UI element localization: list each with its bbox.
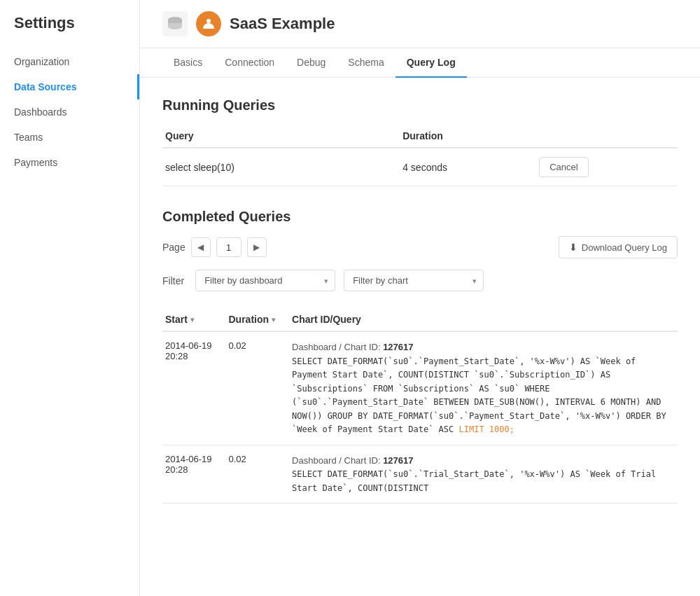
tabs-bar: Basics Connection Debug Schema Query Log [140,48,700,78]
pagination-left: Page ◀ 1 ▶ [162,237,267,257]
filter-row: Filter Filter by dashboard Filter by cha… [162,270,678,291]
content-area: Running Queries Query Duration select sl… [140,78,700,596]
running-query-text: select sleep(10) [162,148,394,186]
tab-schema[interactable]: Schema [337,48,395,78]
completed-query-duration-1: 0.02 [220,331,284,445]
cancel-button[interactable]: Cancel [539,157,588,177]
page-label: Page [162,242,186,253]
datasource-avatar [196,11,221,36]
col-duration: Duration [394,125,531,148]
running-query-duration: 4 seconds [394,148,531,186]
filter-chart-wrapper: Filter by chart [344,270,484,291]
sidebar-item-payments[interactable]: Payments [0,150,139,175]
filter-chart-select[interactable]: Filter by chart [344,270,484,291]
completed-query-row: 2014-06-1920:28 0.02 Dashboard / Chart I… [162,445,678,504]
sidebar-item-label: Teams [14,132,43,143]
completed-query-sql-1: SELECT DATE_FORMAT(`su0`.`Payment_Start_… [292,354,669,436]
completed-query-start-2: 2014-06-1920:28 [162,445,220,504]
running-query-cancel-cell: Cancel [531,148,678,186]
filter-label: Filter [162,275,184,286]
running-queries-table: Query Duration select sleep(10) 4 second… [162,125,678,186]
sidebar-item-label: Organization [14,56,69,67]
col-start[interactable]: Start [162,308,220,331]
sidebar-item-label: Payments [14,157,57,168]
sidebar-item-data-sources[interactable]: Data Sources [0,74,139,99]
col-actions [531,125,678,148]
col-chart-id-query: Chart ID/Query [284,308,678,331]
completed-query-dashboard-2: Dashboard / Chart ID: 127617 [292,454,669,468]
database-placeholder-icon [165,14,185,34]
completed-query-start-1: 2014-06-1920:28 [162,331,220,445]
completed-queries-title: Completed Queries [162,209,678,225]
completed-query-details-2: Dashboard / Chart ID: 127617 SELECT DATE… [284,445,678,504]
download-icon: ⬇ [569,242,578,253]
completed-queries-table: Start Duration Chart ID/Query 2014-06-19… [162,308,678,504]
top-header: SaaS Example [140,0,700,48]
running-query-row: select sleep(10) 4 seconds Cancel [162,148,678,186]
database-icon-bg [162,11,188,36]
sidebar-item-label: Data Sources [14,81,76,92]
col-duration[interactable]: Duration [220,308,284,331]
filter-dashboard-wrapper: Filter by dashboard [195,270,335,291]
download-query-log-button[interactable]: ⬇ Download Query Log [559,236,678,258]
completed-queries-header-row: Start Duration Chart ID/Query [162,308,678,331]
completed-query-details-1: Dashboard / Chart ID: 127617 SELECT DATE… [284,331,678,445]
sidebar-title: Settings [0,14,139,49]
prev-page-button[interactable]: ◀ [191,237,211,257]
sidebar-item-label: Dashboards [14,106,67,118]
tab-query-log[interactable]: Query Log [396,48,467,78]
current-page: 1 [216,237,241,257]
completed-query-sql-2: SELECT DATE_FORMAT(`su0`.`Trial_Start_Da… [292,467,669,494]
svg-point-1 [206,19,211,23]
col-start-sort[interactable]: Start [165,314,194,325]
sidebar-item-organization[interactable]: Organization [0,49,139,74]
datasource-icon [202,17,216,31]
sidebar-item-dashboards[interactable]: Dashboards [0,99,139,125]
sidebar-item-teams[interactable]: Teams [0,125,139,150]
running-queries-header-row: Query Duration [162,125,678,148]
tab-connection[interactable]: Connection [214,48,286,78]
filter-dashboard-select[interactable]: Filter by dashboard [195,270,335,291]
col-query: Query [162,125,394,148]
tab-debug[interactable]: Debug [286,48,337,78]
datasource-name: SaaS Example [230,15,335,33]
running-queries-title: Running Queries [162,97,678,113]
next-page-button[interactable]: ▶ [247,237,267,257]
tab-basics[interactable]: Basics [162,48,214,78]
completed-query-duration-2: 0.02 [220,445,284,504]
col-duration-sort[interactable]: Duration [229,314,276,325]
sidebar: Settings Organization Data Sources Dashb… [0,0,140,596]
completed-query-dashboard-1: Dashboard / Chart ID: 127617 [292,340,669,354]
main-area: SaaS Example Basics Connection Debug Sch… [140,0,700,596]
pagination-row: Page ◀ 1 ▶ ⬇ Download Query Log [162,236,678,258]
completed-query-row: 2014-06-1920:28 0.02 Dashboard / Chart I… [162,331,678,445]
